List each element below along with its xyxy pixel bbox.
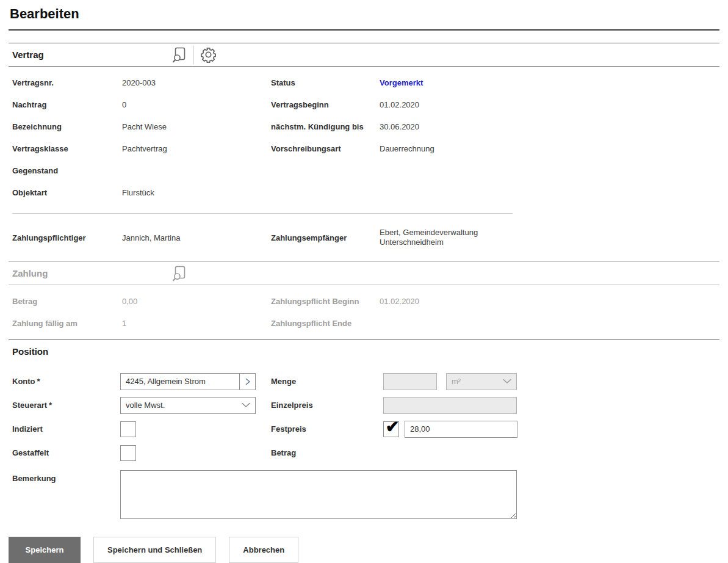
zahlung-section-header: Zahlung [9, 261, 719, 285]
kuendigung-label: nächstm. Kündigung bis [271, 122, 380, 131]
vertrag-section-body: Vertragsnr. 2020-003 Nachtrag 0 Bezeichn… [9, 67, 719, 261]
zahlungspflicht-beginn-value: 01.02.2020 [380, 297, 419, 306]
position-section-header: Position [9, 339, 719, 363]
konto-lookup-button[interactable] [239, 374, 255, 390]
zahlung-section-title: Zahlung [9, 268, 168, 278]
icon-separator [193, 46, 194, 64]
zahlungsempfaenger-value: Ebert, Gemeindeverwaltung Unterschneidhe… [380, 228, 505, 248]
gegenstand-label: Gegenstand [12, 166, 122, 175]
field-row: Zahlung fällig am 1 [12, 312, 271, 334]
field-row: Vertragsnr. 2020-003 [12, 71, 271, 93]
gestaffelt-checkbox[interactable] [120, 445, 136, 461]
field-row: Zahlungspflicht Beginn 01.02.2020 [271, 290, 719, 312]
nachtrag-value: 0 [122, 100, 126, 109]
steuerart-value: volle Mwst. [126, 401, 165, 410]
einzelpreis-label: Einzelpreis [271, 401, 383, 410]
field-row: Nachtrag 0 [12, 93, 271, 115]
status-label: Status [271, 78, 380, 87]
objektart-label: Objektart [12, 188, 122, 197]
indiziert-checkbox[interactable] [120, 421, 136, 437]
konto-label: Konto* [12, 377, 120, 386]
vorschreibungsart-value: Dauerrechnung [380, 144, 434, 153]
zahlungsempfaenger-label: Zahlungsempfänger [271, 233, 380, 242]
chevron-down-icon [241, 402, 251, 408]
required-mark: * [37, 377, 40, 386]
gear-icon [200, 46, 217, 63]
indiziert-label: Indiziert [12, 424, 120, 434]
field-row: nächstm. Kündigung bis 30.06.2020 [271, 115, 719, 137]
field-row: Gegenstand [12, 159, 271, 181]
zahlung-faellig-value: 1 [122, 319, 126, 328]
page-title: Bearbeiten [9, 5, 719, 31]
zahlungspflicht-beginn-label: Zahlungspflicht Beginn [271, 297, 380, 306]
field-row: Zahlungsempfänger Ebert, Gemeindeverwalt… [271, 219, 719, 256]
vertrag-section: Vertrag [9, 43, 719, 261]
vertragsnr-value: 2020-003 [122, 78, 156, 87]
bemerkung-label: Bemerkung [12, 465, 120, 483]
chevron-down-icon [502, 379, 512, 384]
zahlungspflichtiger-value: Jannich, Martina [122, 233, 180, 242]
zahlung-preview-button [168, 264, 190, 283]
steuerart-label: Steuerart* [12, 401, 120, 410]
chevron-right-icon [243, 377, 252, 386]
vertragsnr-label: Vertragsnr. [12, 78, 122, 87]
festpreis-checkbox[interactable]: ✔ [383, 421, 399, 437]
status-value: Vorgemerkt [380, 78, 423, 87]
menge-label: Menge [271, 377, 383, 386]
zahlung-section: Zahlung Betrag 0,00 [9, 261, 719, 339]
nachtrag-label: Nachtrag [12, 100, 122, 109]
field-row: Bezeichnung Pacht Wiese [12, 115, 271, 137]
festpreis-label: Festpreis [271, 424, 383, 434]
zahlungspflicht-ende-label: Zahlungspflicht Ende [271, 319, 380, 328]
field-row: Vorschreibungsart Dauerrechnung [271, 137, 719, 159]
bezeichnung-value: Pacht Wiese [122, 122, 167, 131]
edit-page: Bearbeiten Vertrag [0, 0, 728, 563]
field-row: Zahlungspflicht Ende [271, 312, 719, 334]
einzelpreis-input [383, 397, 517, 414]
field-row: Objektart Flurstück [12, 181, 271, 203]
position-betrag-label: Betrag [271, 448, 383, 457]
vertrag-section-title: Vertrag [9, 49, 168, 60]
bemerkung-textarea[interactable] [120, 470, 517, 519]
menge-unit-value: m² [452, 377, 461, 386]
footer-actions: Speichern Speichern und Schließen Abbrec… [9, 537, 719, 563]
festpreis-input[interactable] [405, 421, 517, 438]
betrag-value: 0,00 [122, 297, 137, 306]
zahlung-section-body: Betrag 0,00 Zahlung fällig am 1 Zahlungs… [9, 285, 719, 339]
required-mark: * [49, 401, 52, 410]
field-row: Zahlungspflichtiger Jannich, Martina [12, 219, 271, 256]
vertrag-section-header: Vertrag [9, 43, 719, 67]
betrag-label: Betrag [12, 297, 122, 306]
vertragsbeginn-value: 01.02.2020 [380, 100, 419, 109]
field-row: Status Vorgemerkt [271, 71, 719, 93]
vertrag-preview-button[interactable] [168, 45, 190, 65]
document-preview-icon [171, 265, 187, 282]
vertragsklasse-label: Vertragsklasse [12, 144, 122, 153]
save-and-close-button[interactable]: Speichern und Schließen [93, 537, 216, 563]
vertrag-settings-button[interactable] [197, 45, 219, 65]
document-preview-icon [171, 46, 187, 64]
checkbox-mark: ✔ [386, 419, 400, 435]
position-form: Konto* Menge m² [9, 363, 719, 521]
position-section-title: Position [9, 346, 168, 357]
objektart-value: Flurstück [122, 188, 154, 197]
konto-combobox[interactable] [120, 373, 256, 390]
kuendigung-value: 30.06.2020 [380, 122, 419, 131]
konto-input[interactable] [121, 374, 239, 390]
zahlungspflichtiger-label: Zahlungspflichtiger [12, 233, 122, 242]
vertragsklasse-value: Pachtvertrag [122, 144, 167, 153]
cancel-button[interactable]: Abbrechen [229, 537, 298, 563]
vertragsbeginn-label: Vertragsbeginn [271, 100, 380, 109]
field-row: Betrag 0,00 [12, 290, 271, 312]
field-row: Vertragsklasse Pachtvertrag [12, 137, 271, 159]
vorschreibungsart-label: Vorschreibungsart [271, 144, 380, 153]
menge-unit-select: m² [446, 373, 517, 390]
field-row: Vertragsbeginn 01.02.2020 [271, 93, 719, 115]
zahlung-faellig-label: Zahlung fällig am [12, 319, 122, 328]
menge-input [383, 373, 437, 390]
save-button[interactable]: Speichern [9, 537, 81, 563]
steuerart-select[interactable]: volle Mwst. [120, 397, 256, 414]
position-section: Position Konto* Menge m² [9, 339, 719, 521]
section-divider [12, 213, 513, 214]
bezeichnung-label: Bezeichnung [12, 122, 122, 131]
